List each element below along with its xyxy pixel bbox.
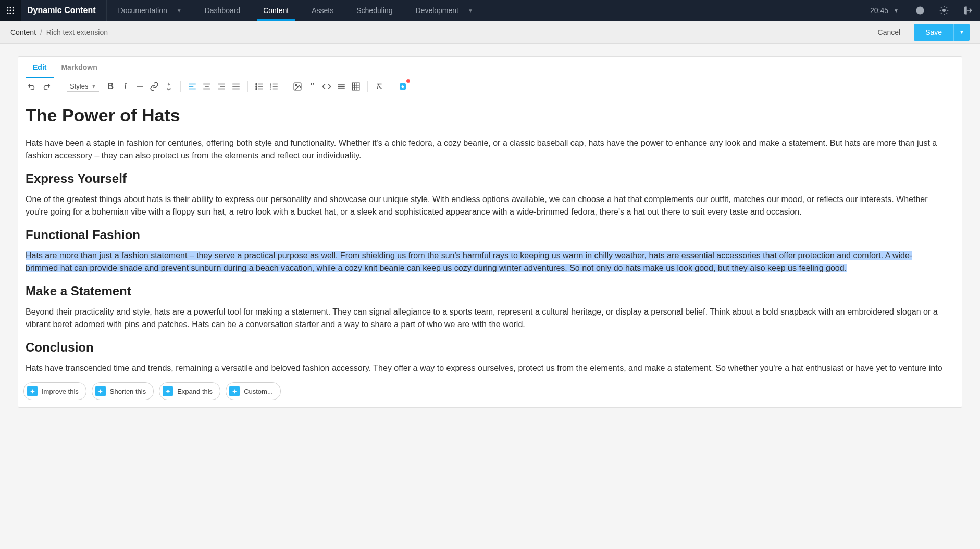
bullet-list-icon[interactable] — [253, 80, 266, 93]
notification-dot-icon — [406, 79, 410, 83]
svg-point-8 — [13, 13, 14, 14]
editor-mode-tabs: Edit Markdown — [18, 57, 962, 78]
ai-sparkle-icon: ✦ — [95, 386, 106, 396]
ai-improve-button[interactable]: ✦ Improve this — [23, 382, 86, 400]
editor-content-area[interactable]: The Power of Hats Hats have been a stapl… — [18, 97, 962, 376]
ai-assist-icon[interactable] — [396, 80, 409, 93]
svg-point-1 — [10, 7, 11, 8]
time-value: 20:45 — [870, 6, 888, 15]
nav-scheduling[interactable]: Scheduling — [345, 0, 404, 21]
nav-dashboard[interactable]: Dashboard — [193, 0, 252, 21]
cancel-button[interactable]: Cancel — [870, 24, 909, 41]
ai-actions-row: ✦ Improve this ✦ Shorten this ✦ Expand t… — [18, 376, 962, 407]
svg-text:3: 3 — [270, 87, 271, 90]
code-icon[interactable] — [320, 80, 333, 93]
doc-heading-2[interactable]: Express Yourself — [26, 171, 944, 186]
horizontal-rule-icon[interactable] — [335, 80, 348, 93]
svg-point-26 — [256, 86, 257, 87]
align-left-icon[interactable] — [186, 80, 199, 93]
styles-label: Styles — [70, 82, 88, 90]
redo-icon[interactable] — [40, 80, 53, 93]
doc-paragraph[interactable]: Hats have transcended time and trends, r… — [26, 362, 944, 376]
ai-button-label: Shorten this — [110, 388, 146, 395]
ai-sparkle-icon: ✦ — [229, 386, 240, 396]
ai-custom-button[interactable]: ✦ Custom... — [226, 382, 281, 400]
nav-label: Development — [416, 6, 459, 15]
table-icon[interactable] — [350, 80, 362, 93]
nav-label: Scheduling — [356, 6, 392, 15]
nav-label: Documentation — [118, 6, 167, 15]
nav-content[interactable]: Content — [252, 0, 300, 21]
svg-rect-42 — [353, 83, 360, 90]
save-dropdown-button[interactable]: ▼ — [953, 24, 970, 41]
doc-heading-2[interactable]: Conclusion — [26, 340, 944, 355]
chevron-down-icon: ▼ — [91, 84, 96, 89]
tab-edit[interactable]: Edit — [26, 57, 54, 78]
styles-dropdown[interactable]: Styles ▼ — [67, 81, 99, 92]
settings-icon[interactable] — [932, 0, 956, 21]
doc-paragraph[interactable]: Hats have been a staple in fashion for c… — [26, 137, 944, 162]
ai-sparkle-icon: ✦ — [27, 386, 38, 396]
svg-point-7 — [10, 13, 11, 14]
nav-assets[interactable]: Assets — [300, 0, 345, 21]
breadcrumb: Content / Rich text extension — [10, 28, 108, 36]
doc-paragraph-selected[interactable]: Hats are more than just a fashion statem… — [26, 249, 944, 274]
svg-point-6 — [7, 13, 8, 14]
align-center-icon[interactable] — [201, 80, 213, 93]
ai-button-label: Expand this — [177, 388, 213, 395]
svg-point-4 — [10, 10, 11, 11]
nav-documentation[interactable]: Documentation ▼ — [107, 0, 193, 21]
clear-format-icon[interactable] — [373, 80, 386, 93]
breadcrumb-root[interactable]: Content — [10, 28, 36, 36]
svg-point-10 — [920, 12, 921, 13]
editor-toolbar: Styles ▼ B I 123 " — [18, 78, 962, 97]
bold-icon[interactable]: B — [104, 80, 117, 93]
svg-point-27 — [256, 88, 257, 89]
ai-sparkle-icon: ✦ — [163, 386, 173, 396]
strikethrough-icon[interactable] — [133, 80, 146, 93]
apps-menu-icon[interactable] — [0, 0, 21, 21]
nav-development[interactable]: Development ▼ — [404, 0, 485, 21]
chevron-down-icon: ▼ — [177, 8, 182, 14]
align-justify-icon[interactable] — [230, 80, 242, 93]
editor-card: Edit Markdown Styles ▼ B I 123 " — [18, 56, 962, 408]
svg-point-2 — [13, 7, 14, 8]
ai-shorten-button[interactable]: ✦ Shorten this — [92, 382, 154, 400]
nav-label: Assets — [312, 6, 333, 15]
image-icon[interactable] — [291, 80, 304, 93]
svg-point-5 — [13, 10, 14, 11]
svg-point-3 — [7, 10, 8, 11]
help-icon[interactable] — [908, 0, 932, 21]
breadcrumb-separator: / — [40, 28, 42, 36]
save-button[interactable]: Save — [914, 24, 953, 41]
italic-icon[interactable]: I — [119, 80, 131, 93]
time-display[interactable]: 20:45 ▼ — [863, 0, 906, 21]
brand-label: Dynamic Content — [21, 0, 107, 21]
undo-icon[interactable] — [26, 80, 38, 93]
link-icon[interactable] — [148, 80, 160, 93]
nav-label: Content — [263, 6, 289, 15]
ai-expand-button[interactable]: ✦ Expand this — [159, 382, 220, 400]
blockquote-icon[interactable]: " — [306, 80, 318, 93]
doc-paragraph[interactable]: Beyond their practicality and style, hat… — [26, 306, 944, 331]
ai-button-label: Custom... — [244, 388, 273, 395]
logout-icon[interactable] — [956, 0, 980, 21]
svg-point-25 — [256, 83, 257, 84]
anchor-icon[interactable] — [163, 80, 175, 93]
ordered-list-icon[interactable]: 123 — [268, 80, 280, 93]
svg-point-11 — [943, 9, 946, 12]
ai-button-label: Improve this — [42, 388, 79, 395]
breadcrumb-bar: Content / Rich text extension Cancel Sav… — [0, 21, 980, 44]
align-right-icon[interactable] — [215, 80, 228, 93]
doc-paragraph[interactable]: One of the greatest things about hats is… — [26, 193, 944, 218]
top-navbar: Dynamic Content Documentation ▼ Dashboar… — [0, 0, 980, 21]
tab-markdown[interactable]: Markdown — [54, 57, 104, 78]
doc-heading-1[interactable]: The Power of Hats — [26, 105, 944, 126]
doc-heading-2[interactable]: Functional Fashion — [26, 228, 944, 242]
doc-heading-2[interactable]: Make a Statement — [26, 284, 944, 298]
chevron-down-icon: ▼ — [468, 8, 473, 14]
selected-text: Hats are more than just a fashion statem… — [26, 251, 912, 272]
breadcrumb-current: Rich text extension — [46, 28, 108, 36]
chevron-down-icon: ▼ — [894, 8, 899, 14]
svg-point-38 — [296, 84, 297, 85]
